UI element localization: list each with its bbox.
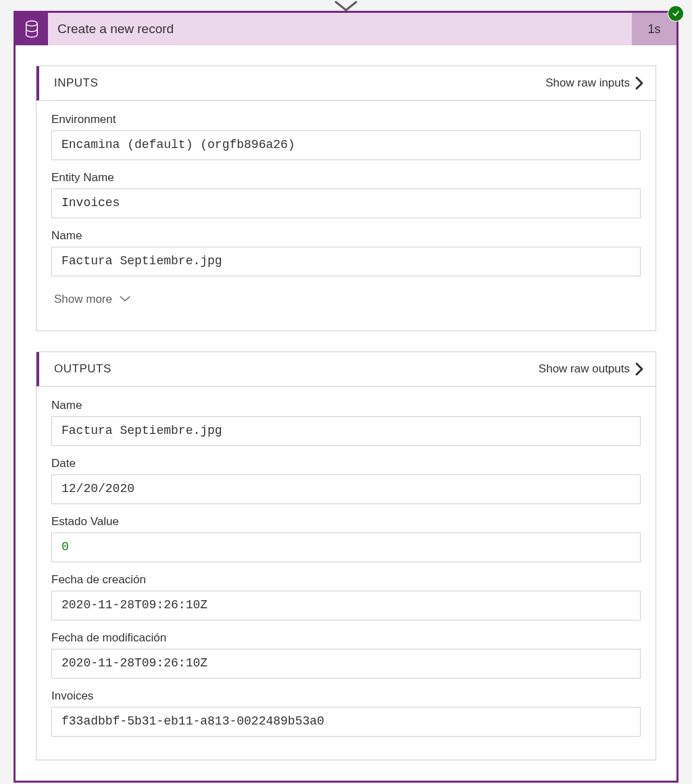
field-value: 12/20/2020 xyxy=(51,474,641,504)
field-row: Entity NameInvoices xyxy=(51,171,641,218)
field-row: Date12/20/2020 xyxy=(51,457,641,504)
field-value: f33adbbf-5b31-eb11-a813-0022489b53a0 xyxy=(51,707,641,737)
action-card: Create a new record 1s INPUTS Show raw i… xyxy=(14,11,678,783)
field-value: 0 xyxy=(51,533,641,562)
field-label: Estado Value xyxy=(51,515,641,529)
field-label: Entity Name xyxy=(51,171,641,185)
field-label: Name xyxy=(51,399,641,412)
database-icon xyxy=(16,13,48,45)
field-row: Fecha de creación2020-11-28T09:26:10Z xyxy=(51,573,641,620)
field-value: Factura Septiembre.jpg xyxy=(51,247,641,276)
field-row: NameFactura Septiembre.jpg xyxy=(51,399,641,446)
field-label: Environment xyxy=(51,113,641,126)
field-value: Encamina (default) (orgfb896a26) xyxy=(51,130,641,160)
field-row: Estado Value0 xyxy=(51,515,641,562)
show-raw-outputs-link[interactable]: Show raw outputs xyxy=(539,362,630,376)
card-header[interactable]: Create a new record 1s xyxy=(16,13,676,45)
chevron-right-icon[interactable] xyxy=(634,76,645,91)
outputs-panel-title: OUTPUTS xyxy=(54,362,539,376)
show-raw-inputs-link[interactable]: Show raw inputs xyxy=(545,76,630,90)
chevron-right-icon[interactable] xyxy=(634,362,645,376)
outputs-panel: OUTPUTS Show raw outputs NameFactura Sep… xyxy=(36,351,656,760)
card-title: Create a new record xyxy=(48,13,632,45)
field-label: Fecha de creación xyxy=(51,573,641,587)
inputs-panel-header: INPUTS Show raw inputs xyxy=(36,66,656,101)
field-label: Date xyxy=(51,457,641,470)
chevron-down-icon xyxy=(119,293,131,306)
field-value: Invoices xyxy=(51,189,641,218)
show-more-label: Show more xyxy=(54,293,112,306)
field-row: NameFactura Septiembre.jpg xyxy=(51,229,641,276)
field-value: 2020-11-28T09:26:10Z xyxy=(51,649,641,679)
outputs-panel-header: OUTPUTS Show raw outputs xyxy=(36,352,656,387)
show-more-button[interactable]: Show more xyxy=(51,293,641,306)
svg-point-0 xyxy=(26,21,38,26)
field-row: Invoicesf33adbbf-5b31-eb11-a813-0022489b… xyxy=(51,689,641,737)
inputs-panel-title: INPUTS xyxy=(54,76,545,90)
field-label: Invoices xyxy=(51,689,641,703)
success-badge xyxy=(668,6,683,21)
field-row: Fecha de modificación2020-11-28T09:26:10… xyxy=(51,631,641,679)
field-row: EnvironmentEncamina (default) (orgfb896a… xyxy=(51,113,641,160)
inputs-panel: INPUTS Show raw inputs EnvironmentEncami… xyxy=(36,66,656,331)
field-value: 2020-11-28T09:26:10Z xyxy=(51,591,641,620)
field-value: Factura Septiembre.jpg xyxy=(51,416,641,446)
field-label: Name xyxy=(51,229,641,243)
field-label: Fecha de modificación xyxy=(51,631,641,645)
